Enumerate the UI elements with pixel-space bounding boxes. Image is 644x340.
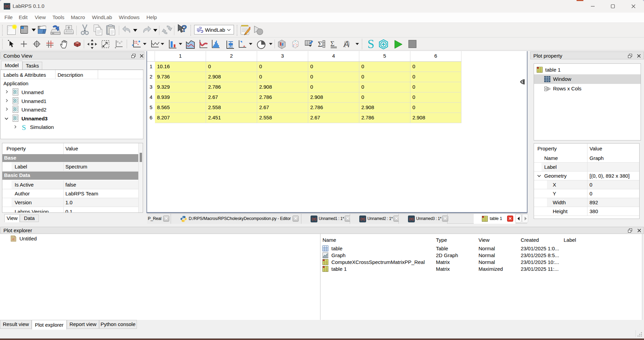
svg-text:Σ: Σ <box>330 40 334 48</box>
svg-text:Σ: Σ <box>318 40 323 48</box>
